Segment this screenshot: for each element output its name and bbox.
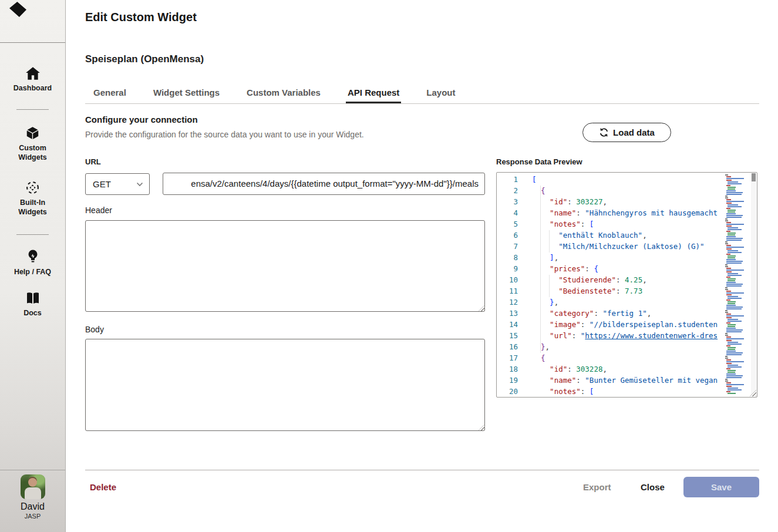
home-icon [25,66,41,80]
avatar[interactable] [21,474,45,499]
tabs-divider [85,103,759,104]
page-title: Edit Custom Widget [85,11,197,24]
user-profile[interactable]: David JASP [0,474,65,520]
app-logo-icon [9,2,26,17]
sidebar-item-label: Custom [19,143,46,153]
sidebar-item-builtin-widgets[interactable]: Built-In Widgets [0,180,65,217]
url-label: URL [85,157,101,166]
section-description: Provide the configuration for the source… [85,130,364,139]
sidebar: Dashboard Custom Widgets Built-In Widget… [0,0,66,532]
sidebar-item-label: Dashboard [14,83,52,93]
tab-custom-variables[interactable]: Custom Variables [245,84,322,103]
sidebar-item-dashboard[interactable]: Dashboard [0,66,65,93]
book-icon [25,291,41,305]
footer-divider [85,470,759,470]
method-select[interactable]: GET [85,173,150,195]
user-name: David [21,501,45,512]
sidebar-divider [16,234,49,235]
tab-widget-settings[interactable]: Widget Settings [151,84,221,103]
header-textarea[interactable] [85,220,485,312]
sidebar-item-label: Widgets [18,153,47,162]
sidebar-item-help-faq[interactable]: Help / FAQ [0,249,65,277]
response-preview-label: Response Data Preview [496,157,582,166]
save-button[interactable]: Save [683,477,759,497]
section-heading: Configure your connection [85,115,198,124]
tab-general[interactable]: General [92,84,128,103]
sidebar-item-label: Docs [23,308,42,318]
sidebar-divider [16,109,49,110]
avatar-detail [25,487,41,499]
editor-scrollbar[interactable] [751,173,756,396]
save-label: Save [711,482,732,492]
widget-name: Speiseplan (OpenMensa) [85,53,204,65]
load-data-label: Load data [613,127,655,137]
refresh-icon [599,127,609,137]
sidebar-item-custom-widgets[interactable]: Custom Widgets [0,126,65,162]
tab-api-request[interactable]: API Request [346,84,401,103]
response-preview-editor[interactable]: 1[2 {3 "id": 303227,4 "name": "Hähncheng… [496,172,757,398]
sidebar-top-divider [0,42,65,43]
body-label: Body [85,325,104,334]
user-org: JASP [25,513,41,520]
body-textarea[interactable] [85,339,485,431]
close-button[interactable]: Close [641,482,665,492]
sidebar-item-label: Built-In [20,198,45,207]
avatar-detail [28,478,37,487]
sidebar-bottom-divider [0,470,65,470]
dashed-circle-move-icon [25,180,40,195]
sidebar-item-label: Help / FAQ [14,267,51,277]
code-lines: 1[2 {3 "id": 303227,4 "name": "Hähncheng… [497,174,757,397]
sidebar-item-docs[interactable]: Docs [0,291,65,318]
chevron-down-icon [136,182,143,187]
delete-button[interactable]: Delete [90,482,116,492]
method-value: GET [93,179,136,189]
url-input[interactable]: ensa/v2/canteens/4/days/{{datetime outpu… [163,173,485,195]
sidebar-item-label: Widgets [18,207,47,217]
header-label: Header [85,206,112,215]
tab-layout[interactable]: Layout [425,84,457,103]
editor-scrollbar-thumb[interactable] [752,173,756,181]
cube-icon [25,126,40,140]
lightbulb-icon [26,249,40,264]
tab-bar: General Widget Settings Custom Variables… [85,84,457,103]
load-data-button[interactable]: Load data [582,123,671,142]
minimap[interactable] [723,174,750,395]
export-button[interactable]: Export [583,482,611,492]
